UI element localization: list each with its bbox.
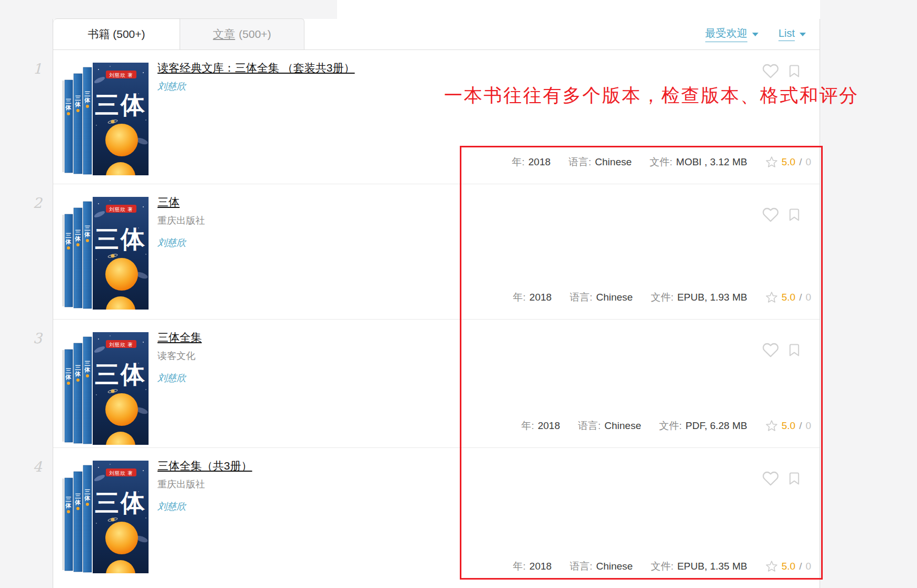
bookmark-icon [787,470,802,487]
book-author-link[interactable]: 刘慈欣 [157,372,186,384]
rating-count: 0 [805,420,811,432]
favorite-button[interactable] [762,206,780,223]
results-list: 1 三体 [53,50,820,588]
heart-icon [762,470,780,487]
book-publisher: 读客文化 [157,350,202,362]
book-title-link[interactable]: 三体全集（共3册） [157,459,252,473]
svg-text:刘慈欣 著: 刘慈欣 著 [109,206,133,212]
book-meta: 年:2018 语言:Chinese 文件:EPUB, 1.35 MB 5.0 /… [513,560,811,573]
result-index: 1 [28,61,47,77]
meta-file: 文件:EPUB, 1.93 MB [650,291,747,304]
bookmark-button[interactable] [787,470,802,487]
star-icon [765,560,778,573]
book-title-link[interactable]: 读客经典文库：三体全集 （套装共3册） [157,61,355,75]
tab-articles-count: (500+) [239,28,271,41]
book-publisher: 重庆出版社 [157,214,205,227]
tab-articles[interactable]: 文章 (500+) [180,18,304,49]
book-info: 三体全集（共3册） 重庆出版社 刘慈欣 [157,459,252,513]
rating-score: 5.0 [782,156,795,168]
book-author-link[interactable]: 刘慈欣 [157,500,186,513]
meta-year: 年:2018 [512,155,551,169]
svg-text:三体: 三体 [75,364,81,377]
book-meta: 年:2018 语言:Chinese 文件:PDF, 6.28 MB 5.0 / … [521,419,811,433]
tab-articles-label: 文章 [213,27,235,42]
book-rating: 5.0 / 0 [765,291,811,304]
bookmark-button[interactable] [787,206,802,223]
bookmark-icon [787,63,802,79]
row-actions [762,63,802,79]
heart-icon [762,342,780,358]
book-title-link[interactable]: 三体全集 [157,330,202,345]
favorite-button[interactable] [762,342,780,358]
row-actions [762,206,802,223]
row-actions [762,342,802,358]
book-rating: 5.0 / 0 [765,156,811,168]
book-rating: 5.0 / 0 [765,560,811,573]
svg-text:三体: 三体 [75,493,81,505]
svg-text:刘慈欣 著: 刘慈欣 著 [109,470,133,476]
sort-popular-dropdown[interactable]: 最受欢迎 [705,26,758,42]
result-row: 3 三体 [53,320,820,448]
row-actions [762,470,802,487]
favorite-button[interactable] [762,63,780,79]
chevron-down-icon [800,33,806,36]
meta-file: 文件:EPUB, 1.35 MB [650,560,747,573]
meta-year: 年:2018 [521,419,560,433]
book-cover[interactable]: 三体 三体 三体 刘慈欣 著 三体 [62,196,149,310]
rating-slash: / [799,561,802,572]
svg-text:三体: 三体 [84,225,91,237]
meta-file: 文件:PDF, 6.28 MB [659,419,747,433]
bookmark-button[interactable] [787,63,802,79]
rating-count: 0 [805,156,811,168]
bookmark-icon [787,206,802,223]
bookmark-button[interactable] [787,342,802,358]
book-cover[interactable]: 三体 三体 三体 刘慈欣 著 三体 [62,332,149,445]
meta-year: 年:2018 [513,291,552,304]
sort-controls: 最受欢迎 List [705,19,820,49]
book-cover-image: 三体 三体 三体 刘慈欣 著 三体 [62,196,149,310]
svg-text:三体: 三体 [84,91,91,103]
book-title-link[interactable]: 三体 [157,195,180,210]
book-cover[interactable]: 三体 三体 三体 刘慈欣 著 三体 [62,460,149,574]
chevron-down-icon [752,33,758,36]
rating-count: 0 [805,561,811,572]
view-mode-dropdown[interactable]: List [778,27,806,41]
meta-language: 语言:Chinese [569,291,633,304]
meta-language: 语言:Chinese [569,560,633,573]
svg-text:三体: 三体 [95,489,146,516]
results-card: 书籍 (500+) 文章 (500+) 最受欢迎 List 1 [53,19,820,588]
svg-text:三体: 三体 [65,232,72,245]
rating-score: 5.0 [782,292,795,303]
rating-score: 5.0 [782,420,795,432]
svg-text:三体: 三体 [65,98,72,111]
book-cover-image: 三体 三体 三体 刘慈欣 著 三体 [62,460,149,574]
tab-books-label: 书籍 (500+) [87,27,145,42]
svg-text:三体: 三体 [95,91,146,118]
meta-file: 文件:MOBI , 3.12 MB [649,155,747,169]
sort-popular-label: 最受欢迎 [705,26,747,42]
result-row: 1 三体 [53,50,820,184]
book-info: 三体全集 读客文化 刘慈欣 [157,330,202,384]
book-meta: 年:2018 语言:Chinese 文件:MOBI , 3.12 MB 5.0 … [512,155,811,169]
book-author-link[interactable]: 刘慈欣 [157,80,186,93]
svg-text:刘慈欣 著: 刘慈欣 著 [109,72,133,78]
bookmark-icon [787,342,802,358]
book-rating: 5.0 / 0 [765,420,811,432]
favorite-button[interactable] [762,470,780,487]
tab-bar: 书籍 (500+) 文章 (500+) 最受欢迎 List [53,19,820,50]
book-cover[interactable]: 三体 三体 三体 刘慈欣 著 三体 [62,62,149,176]
star-icon [765,420,778,432]
svg-text:三体: 三体 [84,360,91,373]
book-cover-image: 三体 三体 三体 刘慈欣 著 三体 [62,62,149,176]
book-author-link[interactable]: 刘慈欣 [157,236,186,249]
star-icon [765,291,778,304]
result-row: 4 三体 [53,448,820,588]
result-row: 2 三体 [53,184,820,320]
meta-year: 年:2018 [513,560,552,573]
search-results-page: { "colors": { "accent": "#4fa8c9", "oran… [0,0,917,588]
tab-books[interactable]: 书籍 (500+) [53,18,180,49]
rating-score: 5.0 [782,561,795,572]
svg-text:刘慈欣 著: 刘慈欣 著 [109,342,133,347]
header-background [337,0,820,21]
meta-language: 语言:Chinese [568,155,632,169]
